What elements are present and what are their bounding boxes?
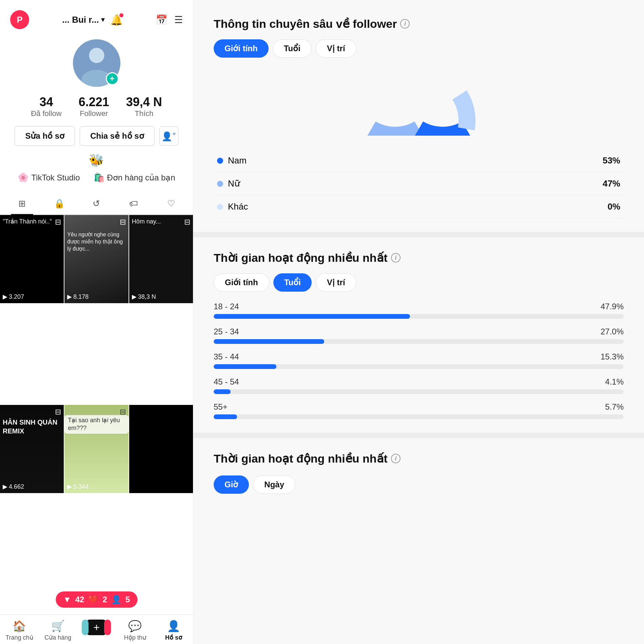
video-thumb-3[interactable]: HÂN SINH QUÁN REMIX ⊟ ▶4.662 bbox=[0, 405, 64, 493]
active-time-info-icon[interactable]: i bbox=[391, 253, 401, 262]
profile-logo: P bbox=[10, 10, 29, 29]
bar-track-2 bbox=[214, 364, 624, 369]
image-icon-0: ⊟ bbox=[55, 218, 61, 227]
follower-insight-title: Thông tin chuyên sâu về follower i bbox=[214, 17, 624, 31]
bar-label-3: 45 - 54 4.1% bbox=[214, 377, 624, 387]
add-friend-button[interactable]: 👤+ bbox=[159, 126, 178, 145]
calendar-icon[interactable]: 📅 bbox=[156, 14, 168, 25]
image-icon-4: ⊟ bbox=[120, 408, 126, 416]
left-panel: P ... Bui r... ▾ 🔔 📅 ☰ + 34 Đã follow bbox=[0, 0, 193, 644]
tab-liked[interactable]: ♡ bbox=[152, 193, 190, 214]
donut-chart bbox=[214, 68, 624, 136]
video-thumb-1[interactable]: Yêu người nghe cùng được miền họ thật ôn… bbox=[64, 215, 128, 303]
section-divider-2 bbox=[193, 433, 644, 438]
profile-nav-icon: 👤 bbox=[167, 620, 180, 632]
header-left: P bbox=[10, 10, 29, 29]
nav-shop-label: Cửa hàng bbox=[44, 634, 71, 641]
age-bars: 18 - 24 47.9% 25 - 34 27.0% 35 - 44 15.3… bbox=[214, 302, 624, 419]
section-divider-1 bbox=[193, 232, 644, 237]
orders-icon: 🛍️ bbox=[94, 172, 104, 183]
nav-home[interactable]: 🏠 Trang chủ bbox=[0, 620, 39, 641]
add-follow-button[interactable]: + bbox=[106, 72, 119, 85]
video-thumb-5[interactable] bbox=[129, 405, 193, 493]
like-count: 2 bbox=[102, 595, 107, 604]
female-pct: 47% bbox=[603, 178, 620, 189]
active-time-2-title: Thời gian hoạt động nhiều nhất i bbox=[214, 452, 624, 465]
tab-reposts[interactable]: ↺ bbox=[78, 193, 115, 214]
video-thumb-0[interactable]: "Trần Thành nói.." ⊟ ▶3.207 bbox=[0, 215, 64, 303]
filter-location-btn[interactable]: Vị trí bbox=[316, 39, 356, 58]
hour-tab[interactable]: Giờ bbox=[214, 475, 249, 494]
other-pct: 0% bbox=[607, 201, 620, 212]
share-profile-button[interactable]: Chia sẻ hồ sơ bbox=[80, 126, 154, 146]
female-dot bbox=[217, 181, 223, 187]
plus-icon: + bbox=[93, 621, 100, 634]
male-pct: 53% bbox=[603, 155, 620, 166]
gender-legend: Nam 53% Nữ 47% Khác 0% bbox=[214, 149, 624, 218]
filter-count: 42 bbox=[75, 595, 84, 604]
male-label: Nam bbox=[228, 155, 247, 166]
profile-section: + 34 Đã follow 6.221 Follower 39,4 N Thí… bbox=[0, 33, 193, 193]
bar-fill-2 bbox=[214, 364, 276, 369]
follower-info-icon[interactable]: i bbox=[400, 19, 410, 28]
home-icon: 🏠 bbox=[13, 620, 26, 632]
active-filter-age-btn[interactable]: Tuổi bbox=[273, 273, 312, 292]
active-time-2-info-icon[interactable]: i bbox=[391, 454, 401, 463]
legend-other: Khác 0% bbox=[214, 195, 624, 218]
dropdown-icon[interactable]: ▾ bbox=[101, 15, 105, 24]
following-count: 34 bbox=[39, 95, 53, 109]
edit-profile-button[interactable]: Sửa hồ sơ bbox=[15, 126, 75, 146]
filter-gender-btn[interactable]: Giới tính bbox=[214, 39, 269, 58]
menu-icon[interactable]: ☰ bbox=[174, 14, 183, 25]
bar-range-1: 25 - 34 bbox=[214, 327, 239, 336]
video-thumb-4[interactable]: Tại sao anh lại yêu em??? ⊟ ▶5.344 bbox=[64, 405, 128, 493]
video-text-1: Yêu người nghe cùng được miền họ thật ôn… bbox=[64, 229, 128, 255]
create-button[interactable]: + bbox=[86, 620, 107, 635]
bar-fill-1 bbox=[214, 339, 324, 344]
bar-range-3: 45 - 54 bbox=[214, 377, 239, 387]
tab-private[interactable]: 🔒 bbox=[41, 193, 78, 214]
video-views-3: ▶4.662 bbox=[3, 483, 24, 490]
inbox-icon: 💬 bbox=[128, 620, 142, 632]
follower-insight-section: Thông tin chuyên sâu về follower i Giới … bbox=[214, 17, 624, 218]
user-count: 5 bbox=[125, 595, 130, 604]
active-filter-location-btn[interactable]: Vị trí bbox=[316, 273, 356, 292]
video-views-4: ▶5.344 bbox=[67, 483, 89, 490]
bar-range-2: 35 - 44 bbox=[214, 352, 239, 362]
bar-fill-0 bbox=[214, 314, 410, 319]
male-dot bbox=[217, 158, 223, 164]
legend-male: Nam 53% bbox=[214, 149, 624, 172]
heart-icon: ❤️ bbox=[88, 595, 98, 604]
bar-row-4: 55+ 5.7% bbox=[214, 402, 624, 419]
bar-track-4 bbox=[214, 414, 624, 419]
nav-profile[interactable]: 👤 Hồ sơ bbox=[154, 620, 193, 641]
bar-track-0 bbox=[214, 314, 624, 319]
bar-fill-3 bbox=[214, 389, 231, 394]
tiktok-studio-link[interactable]: 🌸 TikTok Studio bbox=[18, 172, 80, 183]
nav-inbox[interactable]: 💬 Hộp thư bbox=[116, 620, 154, 641]
action-buttons: Sửa hồ sơ Chia sẻ hồ sơ 👤+ bbox=[15, 126, 178, 146]
active-filter-gender-btn[interactable]: Giới tính bbox=[214, 273, 269, 292]
orders-link[interactable]: 🛍️ Đơn hàng của bạn bbox=[94, 172, 175, 183]
likes-count: 39,4 N bbox=[126, 95, 162, 109]
legend-female: Nữ 47% bbox=[214, 172, 624, 195]
bar-row-0: 18 - 24 47.9% bbox=[214, 302, 624, 319]
video-text-4: Tại sao anh lại yêu em??? bbox=[64, 415, 128, 434]
tab-reposts-icon: ↺ bbox=[93, 198, 100, 209]
notification-bubble[interactable]: ▼ 42 ❤️ 2 👤 5 bbox=[56, 591, 137, 608]
active-time-section: Thời gian hoạt động nhiều nhất i Giới tí… bbox=[214, 251, 624, 419]
nav-create[interactable]: + bbox=[77, 620, 116, 641]
bar-pct-4: 5.7% bbox=[605, 402, 624, 412]
day-tab[interactable]: Ngày bbox=[253, 475, 295, 494]
tiktok-studio-icon: 🌸 bbox=[18, 172, 28, 183]
filter-age-btn[interactable]: Tuổi bbox=[273, 39, 312, 58]
nav-home-label: Trang chủ bbox=[5, 634, 33, 641]
bottom-nav: 🏠 Trang chủ 🛒 Cửa hàng + 💬 Hộp thư 👤 Hồ … bbox=[0, 614, 193, 644]
video-views-0: ▶3.207 bbox=[3, 293, 24, 300]
tab-videos[interactable]: ⊞ bbox=[3, 193, 41, 214]
nav-shop[interactable]: 🛒 Cửa hàng bbox=[39, 620, 77, 641]
tab-tagged[interactable]: 🏷 bbox=[115, 193, 152, 214]
stats-row: 34 Đã follow 6.221 Follower 39,4 N Thích bbox=[31, 95, 162, 118]
bar-pct-3: 4.1% bbox=[605, 377, 624, 387]
video-thumb-2[interactable]: Hôm nay... ⊟ ▶38,3 N bbox=[129, 215, 193, 303]
